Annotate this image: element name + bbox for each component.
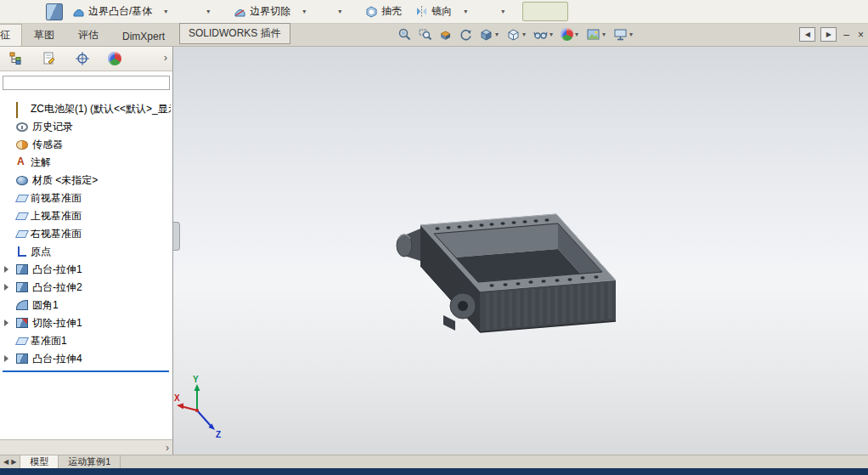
tree-filter-input[interactable] <box>3 76 170 90</box>
boundary-boss-button[interactable]: 边界凸台/基体 <box>68 3 156 20</box>
svg-text:Y: Y <box>193 375 199 384</box>
expand-arrow-icon[interactable] <box>4 266 12 273</box>
panel-bottom-bar: › <box>0 439 172 455</box>
tab-model[interactable]: 模型 <box>20 455 59 468</box>
close-button[interactable]: × <box>856 29 865 41</box>
dropdown-caret-icon[interactable]: ▾ <box>204 8 212 15</box>
study-nav: ◀ ▶ <box>0 455 20 468</box>
tree-item-cut-extrude1[interactable]: 切除-拉伸1 <box>3 314 171 332</box>
tree-item-boss-extrude1[interactable]: 凸台-拉伸1 <box>3 261 171 279</box>
feature-tree-icon <box>8 51 24 66</box>
viewport-canvas[interactable]: Y X Z <box>173 47 868 455</box>
material-icon <box>16 176 28 185</box>
tab-sketch[interactable]: 草图 <box>22 24 66 46</box>
prev-study-arrow-icon[interactable]: ◀ <box>3 458 8 466</box>
plane-icon <box>15 192 27 204</box>
tree-item-top-plane[interactable]: 上视基准面 <box>3 207 171 225</box>
display-style-button[interactable]: ▾ <box>504 26 529 42</box>
tree-item-right-plane[interactable]: 右视基准面 <box>3 225 171 243</box>
dropdown-caret-icon[interactable]: ▾ <box>600 31 607 38</box>
view-orientation-button[interactable]: ▾ <box>477 26 502 42</box>
collapse-pane-left-button[interactable]: ◀ <box>799 27 815 42</box>
dropdown-caret-icon[interactable]: ▾ <box>335 8 344 15</box>
dropdown-caret-icon[interactable]: ▾ <box>521 31 527 38</box>
section-view-button[interactable] <box>437 26 454 42</box>
tree-item-plane1[interactable]: 基准面1 <box>3 332 171 350</box>
expand-panel-chevron-icon[interactable]: › <box>164 51 167 64</box>
shell-button[interactable]: 抽壳 <box>361 3 406 20</box>
command-manager-tabband: 特征 草图 评估 DimXpert SOLIDWORKS 插件 <box>0 24 868 47</box>
zoom-area-button[interactable] <box>416 26 434 42</box>
edit-appearance-button[interactable]: ▾ <box>559 27 582 42</box>
tab-dimxpert[interactable]: DimXpert <box>110 26 177 46</box>
tab-features[interactable]: 特征 <box>0 24 22 46</box>
tab-motion-study1[interactable]: 运动算例1 <box>59 455 121 468</box>
tab-solidworks-addins[interactable]: SOLIDWORKS 插件 <box>179 23 290 44</box>
view-settings-icon <box>613 27 628 42</box>
minimize-button[interactable]: – <box>842 29 851 41</box>
view-settings-button[interactable]: ▾ <box>612 26 636 42</box>
panel-scroll-chevron-icon[interactable]: › <box>166 442 169 454</box>
dropdown-caret-icon[interactable]: ▾ <box>461 8 470 15</box>
taskbar-sliver <box>0 468 868 475</box>
boss-extrude-icon <box>16 282 28 292</box>
boundary-cut-button[interactable]: 边界切除 <box>229 3 295 20</box>
apply-scene-icon <box>586 27 600 42</box>
tree-item-material[interactable]: 材质 <未指定> <box>3 172 171 189</box>
tree-item-annotations[interactable]: 注解 <box>3 154 171 172</box>
dropdown-caret-icon[interactable]: ▾ <box>499 8 507 15</box>
expand-arrow-icon[interactable] <box>4 284 12 291</box>
dropdown-caret-icon[interactable]: ▾ <box>161 8 170 15</box>
dropdown-caret-icon[interactable]: ▾ <box>573 31 580 38</box>
tree-item-history[interactable]: 历史记录 <box>3 118 171 136</box>
tree-item-front-plane[interactable]: 前视基准面 <box>3 189 171 207</box>
plane-icon <box>15 335 27 347</box>
tree-item-fillet1[interactable]: 圆角1 <box>3 297 171 314</box>
tree-item-boss-extrude4[interactable]: 凸台-拉伸4 <box>3 350 171 368</box>
zoom-fit-button[interactable] <box>396 26 414 42</box>
tree-root-item[interactable]: ZC电池架(1) (默认<<默认>_显示状态 <box>3 100 171 118</box>
tree-item-boss-extrude2[interactable]: 凸台-拉伸2 <box>3 279 171 297</box>
feature-manager-panel: › ZC电池架(1) (默认<<默认>_显示状态 历史记录 <box>0 47 173 455</box>
property-manager-tab[interactable] <box>42 51 57 66</box>
rotate-view-button[interactable] <box>457 26 475 42</box>
model-3d-battery-bracket[interactable]: Y X Z <box>173 47 868 455</box>
svg-text:Z: Z <box>216 430 221 439</box>
tree-item-sensors[interactable]: 传感器 <box>3 136 171 154</box>
rollback-bar[interactable] <box>3 370 169 372</box>
tab-evaluate[interactable]: 评估 <box>66 24 110 46</box>
dimxpert-manager-tab[interactable] <box>75 51 90 66</box>
tree-item-origin[interactable]: 原点 <box>3 243 171 261</box>
mirror-button[interactable]: 镜向 <box>411 3 456 20</box>
mirror-icon <box>415 5 428 18</box>
view-orientation-icon <box>479 27 493 42</box>
plane-icon <box>15 228 27 240</box>
property-page-icon <box>42 51 57 66</box>
edit-appearance-icon <box>561 28 573 41</box>
expand-arrow-icon[interactable] <box>4 319 12 326</box>
feature-manager-tab[interactable] <box>8 51 24 66</box>
expand-arrow-icon[interactable] <box>4 355 12 362</box>
dropdown-caret-icon[interactable]: ▾ <box>300 8 308 15</box>
panel-splitter-handle[interactable] <box>173 222 180 251</box>
origin-icon <box>15 246 27 257</box>
hide-show-items-button[interactable]: ▾ <box>532 26 556 42</box>
dropdown-caret-icon[interactable]: ▾ <box>493 31 500 38</box>
sensors-icon <box>16 140 28 150</box>
display-manager-tab[interactable] <box>108 52 121 65</box>
svg-text:X: X <box>174 393 180 403</box>
clipped-ribbon-icon[interactable] <box>46 3 63 20</box>
solidworks-window: 边界凸台/基体 ▾ ▾ 边界切除 ▾ ▾ 抽壳 镜向 ▾ ▾ <box>0 0 868 475</box>
shell-icon <box>365 5 378 18</box>
next-study-arrow-icon[interactable]: ▶ <box>11 458 16 466</box>
zoom-fit-icon <box>397 27 412 42</box>
dropdown-caret-icon[interactable]: ▾ <box>548 31 555 38</box>
collapse-pane-right-button[interactable]: ▶ <box>820 27 837 42</box>
bottom-tab-bar: ◀ ▶ 模型 运动算例1 <box>0 455 868 468</box>
apply-scene-button[interactable]: ▾ <box>584 26 609 42</box>
pressed-ribbon-button[interactable] <box>522 2 568 21</box>
color-wheel-icon <box>108 52 121 65</box>
feature-tree: ZC电池架(1) (默认<<默认>_显示状态 历史记录 传感器 注解 <box>0 92 172 440</box>
dropdown-caret-icon[interactable]: ▾ <box>628 31 634 38</box>
boss-extrude-icon <box>16 353 28 364</box>
